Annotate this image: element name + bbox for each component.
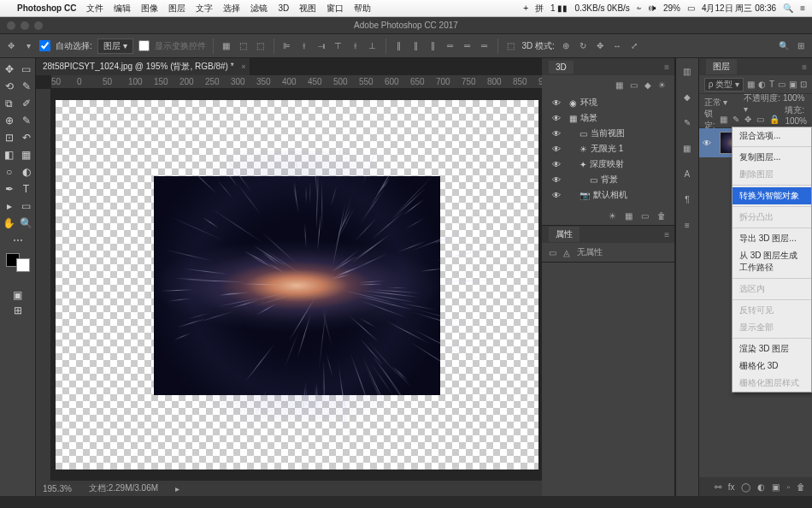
filter-toggle[interactable]: ⊡ (800, 80, 807, 89)
auto-align-icon[interactable]: ⬚ (505, 40, 517, 52)
distribute-icon[interactable]: ═ (444, 40, 456, 52)
filter-icon[interactable]: ◆ (644, 80, 651, 90)
align-right-icon[interactable]: ⫣ (315, 40, 327, 52)
panel-3d-tab[interactable]: 3D (549, 61, 574, 74)
opacity-value[interactable]: 100% (783, 93, 805, 103)
link-icon[interactable]: ⚯ (715, 482, 721, 492)
align-vcenter-icon[interactable]: ⫲ (350, 40, 362, 52)
zoom-level[interactable]: 195.3% (43, 484, 72, 493)
show-transform-checkbox[interactable] (138, 40, 150, 51)
zoom-tool[interactable]: 🔍 (19, 216, 34, 231)
quick-mask-button[interactable]: ▣ (10, 287, 26, 303)
canvas[interactable] (56, 100, 538, 470)
menu-选择[interactable]: 选择 (223, 3, 240, 13)
vertical-ruler[interactable] (36, 89, 51, 481)
blur-tool[interactable]: ○ (2, 164, 17, 180)
hand-tool[interactable]: ✋ (2, 216, 17, 231)
filter-pixel-icon[interactable]: ▦ (747, 80, 755, 89)
menu-视图[interactable]: 视图 (299, 3, 316, 13)
move-tool[interactable]: ✥ (2, 62, 17, 77)
eyedropper-tool[interactable]: ✐ (19, 96, 34, 111)
tree-item[interactable]: 👁◉环境 (547, 95, 669, 110)
plus-icon[interactable]: + (523, 3, 528, 13)
filter-icon[interactable]: ▭ (630, 80, 638, 90)
tree-item[interactable]: 👁☀无限光 1 (547, 141, 669, 157)
document-tab[interactable]: 28t58PICSYT_1024.jpg @ 195% (背景, RGB/8#)… (36, 58, 250, 75)
filter-smart-icon[interactable]: ▣ (789, 80, 797, 89)
doc-size[interactable]: 文档:2.29M/3.06M (89, 482, 158, 494)
ctx-item[interactable]: 复制图层... (733, 149, 811, 166)
filter-icon[interactable]: ▦ (615, 80, 623, 90)
panel-menu-icon[interactable]: ≡ (664, 62, 669, 72)
spotlight-icon[interactable]: 🔍 (783, 3, 793, 13)
quick-select-tool[interactable]: ✎ (19, 79, 34, 94)
menu-窗口[interactable]: 窗口 (327, 3, 344, 13)
menu-文字[interactable]: 文字 (196, 3, 213, 13)
menu-文件[interactable]: 文件 (86, 3, 103, 13)
menu-帮助[interactable]: 帮助 (354, 3, 371, 13)
tree-item[interactable]: 👁▭背景 (547, 172, 669, 187)
align-bottom-icon[interactable]: ⊥ (367, 40, 379, 52)
path-select-tool[interactable]: ▸ (2, 198, 17, 214)
ctx-item[interactable]: 从 3D 图层生成工作路径 (733, 247, 811, 276)
workspace-icon[interactable]: ⊞ (795, 40, 807, 52)
canvas-viewport[interactable] (51, 89, 542, 481)
ctx-item[interactable]: 转换为智能对象 (733, 187, 811, 204)
gradient-tool[interactable]: ▦ (19, 147, 34, 162)
close-tab-icon[interactable]: × (241, 62, 245, 71)
menu-图像[interactable]: 图像 (141, 3, 158, 13)
menu-3D[interactable]: 3D (278, 3, 289, 13)
filter-shape-icon[interactable]: ▭ (778, 80, 786, 89)
roll-icon[interactable]: ↻ (577, 40, 589, 52)
align-icon[interactable]: ▦ (221, 40, 232, 52)
distribute-icon[interactable]: ═ (479, 40, 491, 52)
group-icon[interactable]: ▣ (772, 482, 780, 492)
distribute-icon[interactable]: ‖ (410, 40, 422, 52)
lock-icon[interactable]: ▭ (756, 115, 764, 124)
strip-icon[interactable]: ≡ (680, 217, 695, 233)
eraser-tool[interactable]: ◧ (2, 147, 17, 162)
filter-type-icon[interactable]: T (769, 80, 774, 89)
lock-icon[interactable]: ▦ (720, 115, 727, 124)
minimize-window-button[interactable] (21, 21, 29, 30)
panel-menu-icon[interactable]: ≡ (802, 62, 807, 72)
strip-icon[interactable]: ◆ (680, 89, 695, 104)
panel-layers-tab[interactable]: 图层 (706, 59, 737, 74)
new-light-icon[interactable]: ☀ (609, 211, 616, 221)
scale-icon[interactable]: ⤢ (628, 40, 640, 52)
lasso-tool[interactable]: ⟲ (2, 79, 17, 94)
align-hcenter-icon[interactable]: ⫲ (298, 40, 310, 52)
dropdown-icon[interactable]: ▾ (22, 40, 34, 52)
brush-tool[interactable]: ✎ (19, 113, 34, 128)
menu-图层[interactable]: 图层 (168, 3, 185, 13)
new-icon[interactable]: ▭ (641, 211, 649, 221)
menu-extra[interactable]: 1 ▮▮ (550, 3, 568, 13)
zoom-window-button[interactable] (34, 21, 43, 30)
panel-props-tab[interactable]: 属性 (549, 227, 580, 242)
strip-icon[interactable]: ▦ (680, 140, 695, 156)
ctx-item[interactable]: 栅格化 3D (733, 357, 811, 375)
pan-icon[interactable]: ✥ (594, 40, 606, 52)
new-layer-icon[interactable]: ▫ (786, 482, 790, 492)
lock-icon[interactable]: ✎ (733, 115, 739, 124)
dodge-tool[interactable]: ◐ (19, 164, 34, 180)
lock-icon[interactable]: ✥ (744, 115, 751, 124)
close-window-button[interactable] (7, 21, 15, 30)
ctx-item[interactable]: 混合选项... (733, 127, 811, 145)
ctx-item[interactable]: 渲染 3D 图层 (733, 340, 811, 357)
status-arrow-icon[interactable]: ▸ (175, 484, 179, 493)
shape-tool[interactable]: ▭ (19, 198, 34, 214)
orbit-icon[interactable]: ⊕ (560, 40, 572, 52)
horizontal-ruler[interactable]: 5005010015020025030035040045050055060065… (51, 75, 542, 89)
render-icon[interactable]: ▦ (625, 211, 633, 221)
color-swatches[interactable] (6, 253, 30, 272)
tree-item[interactable]: 👁📷默认相机 (547, 187, 669, 203)
notifications-icon[interactable]: ≡ (800, 3, 805, 13)
visibility-icon[interactable]: 👁 (703, 139, 715, 148)
ctx-item[interactable]: 导出 3D 图层... (733, 230, 811, 247)
trash-icon[interactable]: 🗑 (657, 211, 666, 221)
edit-toolbar-button[interactable]: ⋯ (10, 233, 26, 248)
trash-icon[interactable]: 🗑 (797, 482, 805, 492)
crop-tool[interactable]: ⧉ (2, 96, 17, 111)
align-icon[interactable]: ⬚ (238, 40, 250, 52)
